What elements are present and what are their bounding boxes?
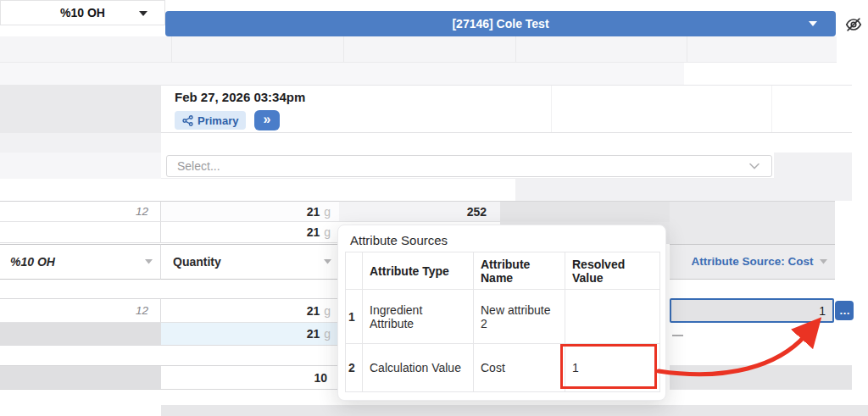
timestamp: Feb 27, 2026 03:34pm [175,90,305,104]
grid-cell[interactable]: 21g [161,298,339,323]
details-panel: Feb 27, 2026 03:34pm Primary » [161,85,852,133]
select-input[interactable]: Select... [166,155,772,177]
selected-attribute-cell[interactable]: 1 [670,298,834,323]
app-root: %10 OH [27146] Cole Test Feb 27, 2026 03… [0,0,868,416]
chevron-down-icon [749,163,760,169]
background-row [161,405,868,416]
grid-cell[interactable]: 21g [161,222,339,243]
column-header-label: Quantity [173,255,221,269]
background-cell [774,153,852,179]
column-header-label: Attribute Source: Cost [689,254,816,269]
column-header-attribute-source[interactable]: Attribute Source: Cost [670,244,835,280]
left-rail [0,85,161,133]
cell-unit: g [324,304,331,318]
cell-value: 252 [467,205,487,219]
eye-off-icon[interactable] [842,14,865,36]
caret-down-icon [139,11,147,17]
cell-value: 21 [307,225,320,239]
column-header-label: %10 OH [10,255,55,269]
ingredient-title: [27146] Cole Test [452,17,548,31]
grid-cell[interactable] [0,365,161,390]
grid-cell[interactable]: 12 [0,201,161,222]
popup-title: Attribute Sources [350,233,448,247]
empty-value-dash [672,335,683,336]
cell-value: 21 [307,205,320,219]
ingredient-title-bar[interactable]: [27146] Cole Test [165,11,836,36]
cell-unit: g [324,205,331,219]
select-placeholder: Select... [177,159,220,173]
cell-value: 21 [307,327,320,341]
cell-unit: g [324,225,331,239]
primary-badge-label: Primary [198,114,238,127]
expand-button[interactable]: » [254,110,280,130]
share-nodes-icon [182,115,193,126]
variant-selector[interactable]: %10 OH [0,0,165,25]
grid-cell[interactable]: 12 [0,298,161,323]
column-header-quantity[interactable]: Quantity [161,244,339,280]
attribute-name-header: Attribute Name [474,252,565,290]
primary-badge[interactable]: Primary [175,111,246,130]
select-row: Select... [161,153,852,179]
background-row [0,36,837,63]
attribute-name-cell: Cost [474,344,565,392]
table-row: 1 Ingredient Attribute New attribute 2 [346,290,660,344]
grid-cell[interactable]: 10 [161,365,339,390]
grid-cell[interactable] [670,365,852,390]
ellipsis-icon[interactable]: … [835,301,854,320]
attribute-type-cell: Ingredient Attribute [363,290,474,344]
attribute-type-header: Attribute Type [363,252,474,290]
left-rail [0,133,161,153]
caret-down-icon [324,259,331,264]
table-header-row: Attribute Type Attribute Name Resolved V… [346,252,660,290]
resolved-value-cell [565,290,660,344]
background-cell [515,179,852,201]
cell-value: 12 [136,205,148,218]
left-rail [0,153,161,179]
grid-cell[interactable]: 21g [161,323,339,346]
grid-cell[interactable] [670,222,835,244]
caret-down-icon [820,259,827,264]
grid-cell[interactable]: 21g [161,201,339,222]
cell-value: 1 [819,304,826,318]
row-index: 2 [346,344,363,392]
grid-cell[interactable] [0,222,161,243]
attribute-name-cell: New attribute 2 [474,290,565,344]
column-header-variant[interactable]: %10 OH [0,244,161,280]
grid-cell[interactable] [670,201,835,222]
row-index: 1 [346,290,363,344]
grid-cell[interactable]: 252 [339,201,500,222]
index-column-header [346,252,363,290]
cell-unit: g [324,327,331,341]
cell-value: 10 [314,371,327,385]
attribute-type-cell: Calculation Value [363,344,474,392]
cell-value: 12 [136,304,148,317]
caret-down-icon [809,21,817,27]
grid-cell[interactable] [500,201,670,222]
grid-cell[interactable] [0,323,161,346]
background-row [0,63,684,85]
annotation-highlight-box [560,344,657,389]
caret-down-icon [145,259,153,264]
cell-value: 21 [307,304,320,318]
variant-label: %10 OH [60,6,105,19]
resolved-value-header: Resolved Value [565,252,660,290]
